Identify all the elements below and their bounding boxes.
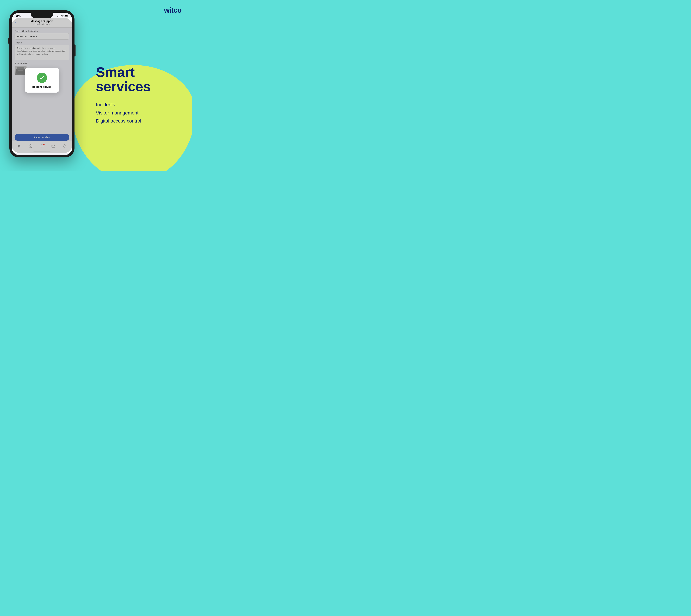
status-icons [57, 15, 68, 17]
app-screen: ‹ Message Support Acme headquarter Type … [12, 18, 72, 153]
phone-mockup: 9:41 [9, 10, 75, 157]
phone-frame: 9:41 [9, 10, 75, 157]
status-time: 9:41 [16, 14, 21, 17]
svg-rect-1 [65, 15, 68, 16]
signal-icon [57, 15, 60, 17]
incident-solved-toast: Incident solved! [25, 68, 59, 93]
phone-screen: 9:41 [12, 13, 72, 155]
marketing-content: Smart services Incidents Visitor managem… [96, 65, 182, 125]
service-item-visitor: Visitor management [96, 109, 182, 117]
service-item-digital: Digital access control [96, 117, 182, 125]
checkmark-icon [37, 73, 47, 83]
wifi-icon [61, 15, 64, 17]
phone-notch [31, 13, 53, 18]
headline-line1: Smart [96, 65, 135, 80]
services-list: Incidents Visitor management Digital acc… [96, 101, 182, 125]
logo-text: witco [164, 6, 182, 14]
toast-overlay: Incident solved! [12, 18, 72, 153]
main-headline: Smart services [96, 65, 182, 94]
toast-message: Incident solved! [30, 85, 54, 88]
headline-line2: services [96, 79, 151, 94]
battery-icon [65, 15, 68, 17]
service-item-incidents: Incidents [96, 101, 182, 109]
witco-logo: witco [164, 6, 182, 14]
svg-rect-2 [68, 16, 68, 16]
